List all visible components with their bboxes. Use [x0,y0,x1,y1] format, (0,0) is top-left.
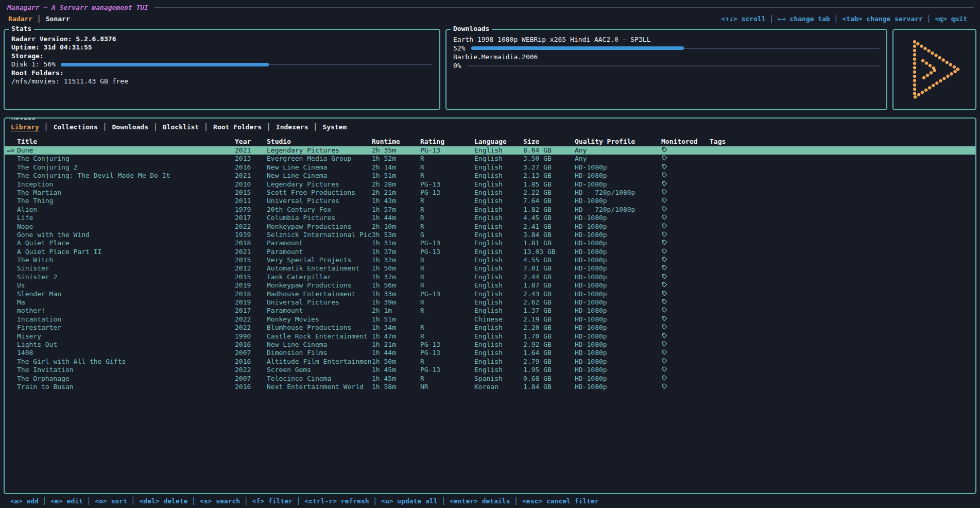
movie-quality-profile: HD - 720p/1080p [575,189,657,197]
movie-rating: R [420,281,474,290]
table-row[interactable]: Train to Busan2016Next Entertainment Wor… [5,383,975,391]
download-progress-bar [471,46,880,50]
table-row[interactable]: The Conjuring2013Evergreen Media Group1h… [5,155,975,163]
table-row[interactable]: 14082007Dimension Films1h 44mPG-13Englis… [5,349,975,357]
table-row[interactable]: The Thing2011Universal Pictures1h 43mREn… [5,197,975,205]
table-row[interactable]: The Conjuring 22016New Line Cinema2h 14m… [5,163,975,172]
table-row[interactable]: The Witch2015Very Special Projects1h 32m… [5,256,975,264]
movie-runtime: 1h 50m [372,358,420,366]
movie-runtime: 2h 28m [372,180,420,189]
tab-separator: │ [267,123,271,131]
table-row[interactable]: Sinister 22015Tank Caterpillar1h 37mREng… [5,273,975,281]
table-row[interactable]: The Orphanage2007Telecinco Cinema1h 45mR… [5,375,975,383]
table-row[interactable]: Lights Out2016New Line Cinema1h 21mPG-13… [5,341,975,349]
movie-rating: PG-13 [420,290,474,298]
movie-quality-profile: HD-1080p [575,180,657,189]
movie-quality-profile: HD - 720p/1080p [575,206,657,214]
download-progress-row: 52% [453,44,880,53]
table-row[interactable]: Gone with the Wind1939Selznick Internati… [5,231,975,239]
table-row[interactable]: Inception2010Legendary Pictures2h 28mPG-… [5,180,975,189]
tab-blocklist[interactable]: Blocklist [163,123,199,131]
table-row[interactable]: Us2019Monkeypaw Productions1h 56mREnglis… [5,281,975,290]
tab-library[interactable]: Library [11,123,39,131]
tab-system[interactable]: System [322,123,347,131]
movie-year: 2017 [235,307,267,315]
movie-year: 2021 [235,146,267,155]
table-row[interactable]: mother!2017Paramount2h 1mREnglish1.37 GB… [5,307,975,315]
table-row[interactable]: Alien197920th Century Fox1h 57mREnglish1… [5,206,975,214]
movie-title: Lights Out [17,341,235,349]
table-row[interactable]: Misery1990Castle Rock Entertainment1h 47… [5,332,975,341]
movie-rating: NR [420,383,474,391]
monitored-icon [661,316,667,322]
table-row[interactable]: Nope2022Monkeypaw Productions2h 10mREngl… [5,223,975,231]
table-row[interactable]: The Conjuring: The Devil Made Me Do It20… [5,172,975,180]
movie-language: English [474,358,523,366]
table-row[interactable]: Life2017Columbia Pictures1h 44mREnglish4… [5,214,975,222]
movie-rating: R [420,324,474,332]
monitored-icon [661,307,667,313]
movie-language: English [474,324,523,332]
movies-tab-bar: Library│Collections│Downloads│Blocklist│… [5,118,975,134]
table-row[interactable]: Incantation2022Monkey Movies1h 51mChines… [5,315,975,324]
movie-rating: PG-13 [420,180,474,189]
movie-quality-profile: HD-1080p [575,281,657,290]
movie-runtime: 2h 14m [372,163,420,172]
movie-year: 2017 [235,214,267,222]
movie-runtime: 2h 35m [372,146,420,155]
tab-separator: │ [37,15,41,23]
movie-year: 2010 [235,180,267,189]
table-row[interactable]: The Girl with All the Gifts2016Altitude … [5,358,975,366]
movie-studio: Monkeypaw Productions [267,223,372,231]
tab-collections[interactable]: Collections [54,123,98,131]
table-row[interactable]: The Invitation2022Screen Gems1h 45mPG-13… [5,366,975,374]
servarr-tab-radarr[interactable]: Radarr [8,15,32,23]
table-row[interactable]: A Quiet Place2018Paramount1h 31mPG-13Eng… [5,239,975,247]
movie-studio: Castle Rock Entertainment [267,332,372,341]
movie-studio: Monkey Movies [267,315,372,324]
movie-quality-profile: Any [575,146,657,155]
movie-language: English [474,146,523,155]
movie-rating: R [420,223,474,231]
movie-studio: Telecinco Cinema [267,375,372,383]
table-row[interactable]: Firestarter2022Blumhouse Productions1h 3… [5,324,975,332]
movie-runtime: 2h 21m [372,189,420,197]
tab-downloads[interactable]: Downloads [112,123,148,131]
tab-separator: │ [103,123,107,131]
table-row[interactable]: Sinister2012Automatik Entertainment1h 50… [5,264,975,273]
table-row[interactable]: =>Dune2021Legendary Pictures2h 35mPG-13E… [5,146,975,155]
movie-quality-profile: HD-1080p [575,341,657,349]
column-header-rating: Rating [420,138,474,146]
movie-language: English [474,307,523,315]
monitored-icon [661,299,667,305]
movie-title: Slender Man [17,290,235,298]
movie-monitored [657,358,710,366]
table-row[interactable]: Slender Man2018Madhouse Entertainment1h … [5,290,975,298]
movie-monitored [657,332,710,341]
movie-monitored [657,180,710,189]
monitored-icon [661,375,667,381]
movie-size: 2.62 GB [523,298,575,307]
movie-size: 1.87 GB [523,281,575,290]
movie-year: 2022 [235,223,267,231]
movie-language: English [474,231,523,239]
movie-year: 2007 [235,349,267,357]
movie-monitored [657,383,710,391]
movie-quality-profile: HD-1080p [575,256,657,264]
servarr-tab-sonarr[interactable]: Sonarr [46,15,70,23]
movie-studio: Legendary Pictures [267,180,372,189]
table-row[interactable]: The Martian2015Scott Free Productions2h … [5,189,975,197]
movie-quality-profile: HD-1080p [575,307,657,315]
movie-quality-profile: HD-1080p [575,366,657,374]
row-select-arrow: => [5,146,17,155]
monitored-icon [661,197,667,204]
table-row[interactable]: Ma2019Universal Pictures1h 39mREnglish2.… [5,298,975,307]
table-row[interactable]: A Quiet Place Part II2021Paramount1h 37m… [5,248,975,256]
movie-size: 2.20 GB [523,324,575,332]
monitored-icon [661,282,667,288]
tab-indexers[interactable]: Indexers [276,123,308,131]
disk-usage-row: Disk 1: 56% [11,60,433,69]
movie-year: 2018 [235,239,267,247]
movie-language: English [474,248,523,256]
tab-root-folders[interactable]: Root Folders [213,123,262,131]
